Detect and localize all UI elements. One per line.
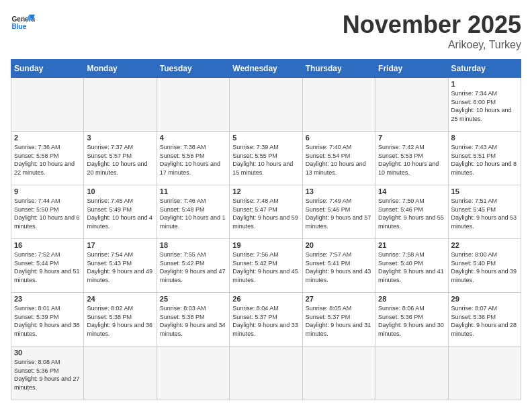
day-info: Sunrise: 7:34 AMSunset: 6:00 PMDaylight:… (451, 89, 518, 123)
day-number: 2 (14, 134, 81, 142)
calendar-cell: 11Sunrise: 7:46 AMSunset: 5:48 PMDayligh… (157, 185, 229, 239)
calendar-cell: 19Sunrise: 7:56 AMSunset: 5:42 PMDayligh… (230, 239, 302, 293)
calendar-cell (84, 78, 157, 132)
day-number: 19 (232, 241, 299, 249)
calendar-cell (157, 78, 229, 132)
calendar-week-3: 9Sunrise: 7:44 AMSunset: 5:50 PMDaylight… (11, 185, 521, 239)
logo-icon: General Blue (11, 11, 35, 35)
day-info: Sunrise: 7:56 AMSunset: 5:42 PMDaylight:… (232, 250, 299, 284)
day-info: Sunrise: 7:51 AMSunset: 5:45 PMDaylight:… (451, 197, 518, 230)
calendar-cell: 13Sunrise: 7:49 AMSunset: 5:46 PMDayligh… (302, 185, 375, 239)
day-number: 13 (306, 187, 372, 195)
calendar-cell: 25Sunrise: 8:03 AMSunset: 5:38 PMDayligh… (157, 293, 229, 347)
day-info: Sunrise: 8:01 AMSunset: 5:39 PMDaylight:… (14, 304, 81, 338)
month-title: November 2025 (343, 11, 521, 39)
day-info: Sunrise: 7:58 AMSunset: 5:40 PMDaylight:… (378, 250, 445, 284)
header-monday: Monday (84, 60, 157, 78)
calendar-cell: 20Sunrise: 7:57 AMSunset: 5:41 PMDayligh… (302, 239, 375, 293)
location: Arikoey, Turkey (343, 39, 521, 51)
day-number: 28 (378, 295, 445, 303)
day-number: 9 (14, 187, 81, 195)
calendar-cell: 10Sunrise: 7:45 AMSunset: 5:49 PMDayligh… (84, 185, 157, 239)
calendar-cell: 5Sunrise: 7:39 AMSunset: 5:55 PMDaylight… (230, 132, 302, 185)
day-number: 30 (14, 349, 81, 357)
day-number: 22 (451, 241, 518, 249)
logo: General Blue (11, 11, 35, 35)
day-number: 10 (87, 187, 153, 195)
header-saturday: Saturday (448, 60, 521, 78)
day-number: 24 (87, 295, 153, 303)
calendar-cell (230, 78, 302, 132)
calendar-cell: 12Sunrise: 7:48 AMSunset: 5:47 PMDayligh… (230, 185, 302, 239)
day-info: Sunrise: 7:44 AMSunset: 5:50 PMDaylight:… (14, 197, 81, 230)
calendar-cell: 7Sunrise: 7:42 AMSunset: 5:53 PMDaylight… (375, 132, 448, 185)
day-info: Sunrise: 8:05 AMSunset: 5:37 PMDaylight:… (306, 304, 372, 338)
day-info: Sunrise: 7:40 AMSunset: 5:54 PMDaylight:… (306, 143, 372, 177)
day-info: Sunrise: 7:36 AMSunset: 5:58 PMDaylight:… (14, 143, 81, 177)
header-wednesday: Wednesday (230, 60, 302, 78)
day-info: Sunrise: 8:04 AMSunset: 5:37 PMDaylight:… (232, 304, 299, 338)
day-number: 3 (87, 134, 153, 142)
calendar-week-2: 2Sunrise: 7:36 AMSunset: 5:58 PMDaylight… (11, 132, 521, 185)
calendar-cell (302, 78, 375, 132)
day-number: 23 (14, 295, 81, 303)
calendar-cell: 26Sunrise: 8:04 AMSunset: 5:37 PMDayligh… (230, 293, 302, 347)
day-number: 26 (232, 295, 299, 303)
day-info: Sunrise: 7:42 AMSunset: 5:53 PMDaylight:… (378, 143, 445, 177)
day-info: Sunrise: 7:39 AMSunset: 5:55 PMDaylight:… (232, 143, 299, 177)
day-number: 15 (451, 187, 518, 195)
calendar-cell (375, 347, 448, 400)
day-number: 1 (451, 80, 518, 88)
calendar-cell: 6Sunrise: 7:40 AMSunset: 5:54 PMDaylight… (302, 132, 375, 185)
header-tuesday: Tuesday (157, 60, 229, 78)
calendar-cell: 2Sunrise: 7:36 AMSunset: 5:58 PMDaylight… (11, 132, 84, 185)
day-number: 17 (87, 241, 153, 249)
day-number: 11 (160, 187, 226, 195)
day-info: Sunrise: 7:45 AMSunset: 5:49 PMDaylight:… (87, 197, 153, 230)
calendar-cell: 18Sunrise: 7:55 AMSunset: 5:42 PMDayligh… (157, 239, 229, 293)
weekday-header-row: Sunday Monday Tuesday Wednesday Thursday… (11, 60, 521, 78)
header-friday: Friday (375, 60, 448, 78)
calendar-cell: 14Sunrise: 7:50 AMSunset: 5:46 PMDayligh… (375, 185, 448, 239)
day-info: Sunrise: 7:46 AMSunset: 5:48 PMDaylight:… (160, 197, 226, 230)
calendar-cell (11, 78, 84, 132)
day-number: 18 (160, 241, 226, 249)
calendar-cell: 15Sunrise: 7:51 AMSunset: 5:45 PMDayligh… (448, 185, 521, 239)
calendar-week-4: 16Sunrise: 7:52 AMSunset: 5:44 PMDayligh… (11, 239, 521, 293)
calendar-cell (375, 78, 448, 132)
header-sunday: Sunday (11, 60, 84, 78)
day-info: Sunrise: 7:57 AMSunset: 5:41 PMDaylight:… (306, 250, 372, 284)
svg-text:Blue: Blue (11, 23, 26, 30)
calendar-cell: 1Sunrise: 7:34 AMSunset: 6:00 PMDaylight… (448, 78, 521, 132)
calendar-cell (448, 347, 521, 400)
day-number: 5 (232, 134, 299, 142)
calendar-cell: 3Sunrise: 7:37 AMSunset: 5:57 PMDaylight… (84, 132, 157, 185)
day-number: 21 (378, 241, 445, 249)
calendar-cell: 16Sunrise: 7:52 AMSunset: 5:44 PMDayligh… (11, 239, 84, 293)
calendar-cell: 24Sunrise: 8:02 AMSunset: 5:38 PMDayligh… (84, 293, 157, 347)
calendar-cell: 30Sunrise: 8:08 AMSunset: 5:36 PMDayligh… (11, 347, 84, 400)
calendar-cell: 8Sunrise: 7:43 AMSunset: 5:51 PMDaylight… (448, 132, 521, 185)
day-number: 25 (160, 295, 226, 303)
day-info: Sunrise: 8:06 AMSunset: 5:36 PMDaylight:… (378, 304, 445, 338)
day-info: Sunrise: 7:43 AMSunset: 5:51 PMDaylight:… (451, 143, 518, 177)
day-info: Sunrise: 7:48 AMSunset: 5:47 PMDaylight:… (232, 197, 299, 230)
day-number: 6 (306, 134, 372, 142)
page-header: General Blue November 2025 Arikoey, Turk… (11, 11, 521, 51)
day-number: 7 (378, 134, 445, 142)
day-number: 16 (14, 241, 81, 249)
header-thursday: Thursday (302, 60, 375, 78)
day-info: Sunrise: 7:55 AMSunset: 5:42 PMDaylight:… (160, 250, 226, 284)
day-number: 29 (451, 295, 518, 303)
calendar-cell (230, 347, 302, 400)
calendar-table: Sunday Monday Tuesday Wednesday Thursday… (11, 59, 521, 400)
day-info: Sunrise: 8:08 AMSunset: 5:36 PMDaylight:… (14, 358, 81, 392)
day-number: 12 (232, 187, 299, 195)
day-info: Sunrise: 7:38 AMSunset: 5:56 PMDaylight:… (160, 143, 226, 177)
calendar-week-1: 1Sunrise: 7:34 AMSunset: 6:00 PMDaylight… (11, 78, 521, 132)
calendar-cell: 21Sunrise: 7:58 AMSunset: 5:40 PMDayligh… (375, 239, 448, 293)
calendar-cell: 29Sunrise: 8:07 AMSunset: 5:36 PMDayligh… (448, 293, 521, 347)
calendar-cell: 4Sunrise: 7:38 AMSunset: 5:56 PMDaylight… (157, 132, 229, 185)
calendar-cell: 28Sunrise: 8:06 AMSunset: 5:36 PMDayligh… (375, 293, 448, 347)
day-info: Sunrise: 7:54 AMSunset: 5:43 PMDaylight:… (87, 250, 153, 284)
